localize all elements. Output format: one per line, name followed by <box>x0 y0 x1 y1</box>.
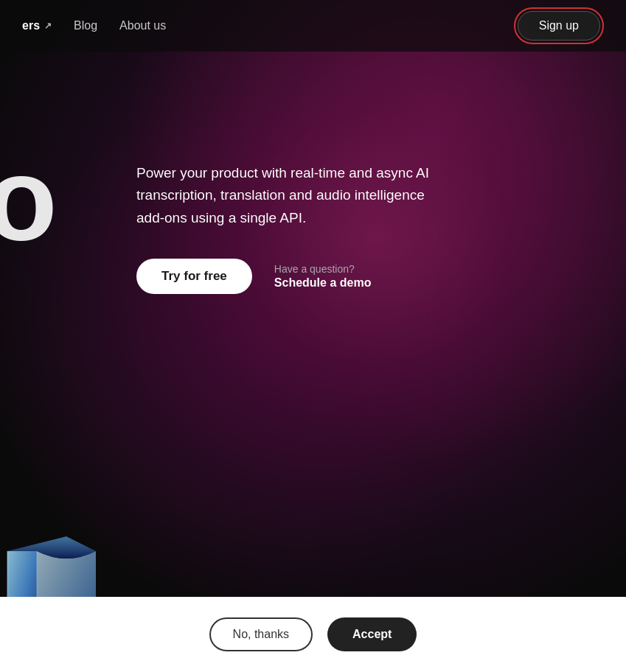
nav-blog[interactable]: Blog <box>74 19 97 32</box>
hero-headline: Power your product with real-time and as… <box>136 162 446 229</box>
nav-right: Sign up <box>514 7 604 44</box>
hero-text-block: Power your product with real-time and as… <box>136 162 446 294</box>
cta-area: Try for free Have a question? Schedule a… <box>136 259 446 294</box>
demo-section: Have a question? Schedule a demo <box>274 263 372 290</box>
nav-left: ers ↗ Blog About us <box>22 19 514 32</box>
schedule-demo-link[interactable]: Schedule a demo <box>274 276 372 290</box>
nav-about[interactable]: About us <box>119 19 166 32</box>
nav-logo[interactable]: ers ↗ <box>22 19 52 32</box>
external-link-icon: ↗ <box>44 21 52 31</box>
hero-big-letters: o <box>0 140 54 258</box>
navbar: ers ↗ Blog About us Sign up <box>0 0 626 52</box>
try-free-button[interactable]: Try for free <box>136 259 252 294</box>
cookie-bar: No, thanks Accept <box>0 597 626 672</box>
no-thanks-button[interactable]: No, thanks <box>209 617 313 651</box>
signup-btn-highlight: Sign up <box>514 7 604 44</box>
logo-text: ers <box>22 19 40 32</box>
accept-button[interactable]: Accept <box>327 617 417 651</box>
have-question-text: Have a question? <box>274 263 372 275</box>
signup-button[interactable]: Sign up <box>518 11 600 41</box>
